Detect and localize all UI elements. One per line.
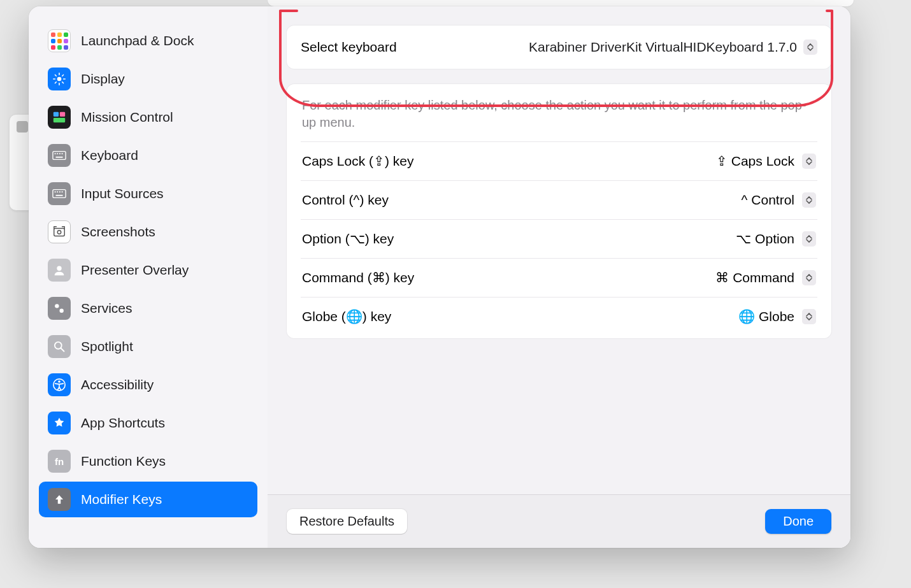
sidebar-item-label: Function Keys <box>81 454 166 469</box>
done-button[interactable]: Done <box>765 509 831 534</box>
svg-line-7 <box>55 82 57 83</box>
description-text: For each modifier key listed below, choo… <box>301 88 817 141</box>
key-value: ⌥ Option <box>736 231 794 247</box>
key-row-globe: Globe (🌐) key 🌐 Globe <box>301 297 817 336</box>
svg-point-28 <box>59 308 63 312</box>
select-keyboard-row: Select keyboard Karabiner DriverKit Virt… <box>287 25 831 69</box>
svg-rect-14 <box>57 153 58 154</box>
key-value: ⇪ Caps Lock <box>716 154 794 169</box>
mission-control-icon <box>48 106 71 129</box>
preferences-sheet: Launchpad & Dock Display Mission Control… <box>29 6 850 548</box>
app-shortcuts-icon <box>48 412 71 434</box>
key-row-control: Control (^) key ^ Control <box>301 180 817 219</box>
svg-point-32 <box>58 380 61 383</box>
sidebar-item-label: Accessibility <box>81 377 154 392</box>
svg-point-26 <box>57 266 61 271</box>
sidebar-item-label: Launchpad & Dock <box>81 33 194 48</box>
function-keys-icon: fn <box>48 450 71 473</box>
accessibility-icon <box>48 373 71 396</box>
restore-defaults-button[interactable]: Restore Defaults <box>287 509 407 534</box>
sidebar-item-services[interactable]: Services <box>39 290 257 326</box>
sidebar-item-spotlight[interactable]: Spotlight <box>39 329 257 364</box>
svg-rect-20 <box>57 191 58 192</box>
svg-line-5 <box>55 75 57 76</box>
svg-rect-16 <box>62 153 63 154</box>
popup-chevron-icon <box>802 270 816 285</box>
svg-line-6 <box>62 82 64 83</box>
svg-rect-23 <box>56 195 63 196</box>
sidebar-item-mission-control[interactable]: Mission Control <box>39 99 257 135</box>
svg-line-8 <box>62 75 64 76</box>
svg-rect-21 <box>59 191 61 192</box>
svg-rect-19 <box>55 191 56 192</box>
sidebar-item-presenter-overlay[interactable]: Presenter Overlay <box>39 252 257 288</box>
svg-rect-10 <box>60 112 65 117</box>
sidebar-item-label: App Shortcuts <box>81 415 165 431</box>
key-label: Caps Lock (⇪) key <box>302 154 414 169</box>
svg-rect-11 <box>54 118 65 122</box>
key-label: Command (⌘) key <box>302 270 414 285</box>
services-icon <box>48 297 71 320</box>
key-popup-capslock[interactable]: ⇪ Caps Lock <box>716 154 816 169</box>
presenter-overlay-icon <box>48 259 71 282</box>
key-popup-command[interactable]: ⌘ Command <box>715 270 816 285</box>
sidebar-item-label: Input Sources <box>81 186 164 201</box>
main-content: Select keyboard Karabiner DriverKit Virt… <box>268 6 850 494</box>
sidebar-item-keyboard[interactable]: Keyboard <box>39 138 257 173</box>
sidebar-item-modifier-keys[interactable]: Modifier Keys <box>39 482 257 517</box>
popup-chevron-icon <box>802 154 816 169</box>
background-window-stub <box>268 0 854 6</box>
sidebar-item-label: Modifier Keys <box>81 492 162 507</box>
key-label: Option (⌥) key <box>302 231 394 247</box>
select-keyboard-label: Select keyboard <box>301 39 397 55</box>
screenshots-icon <box>48 220 71 243</box>
select-keyboard-popup[interactable]: Karabiner DriverKit VirtualHIDKeyboard 1… <box>529 39 817 55</box>
sidebar-item-label: Spotlight <box>81 339 133 354</box>
key-row-command: Command (⌘) key ⌘ Command <box>301 258 817 297</box>
sidebar-item-label: Screenshots <box>81 224 155 240</box>
modifier-keys-icon <box>48 488 71 511</box>
key-value: ^ Control <box>742 192 794 208</box>
sidebar-item-display[interactable]: Display <box>39 61 257 97</box>
svg-point-25 <box>57 231 61 234</box>
sidebar-item-launchpad-dock[interactable]: Launchpad & Dock <box>39 23 257 59</box>
key-label: Globe (🌐) key <box>302 309 391 324</box>
sidebar-item-screenshots[interactable]: Screenshots <box>39 214 257 250</box>
svg-rect-15 <box>59 153 61 154</box>
display-icon <box>48 68 71 90</box>
launchpad-icon <box>48 29 71 52</box>
sidebar-item-label: Presenter Overlay <box>81 262 189 278</box>
svg-rect-12 <box>53 152 66 160</box>
spotlight-icon <box>48 335 71 358</box>
sidebar-item-function-keys[interactable]: fn Function Keys <box>39 443 257 479</box>
sidebar-item-label: Services <box>81 301 133 316</box>
sidebar: Launchpad & Dock Display Mission Control… <box>29 6 268 548</box>
sidebar-item-label: Display <box>81 71 125 87</box>
key-label: Control (^) key <box>302 192 389 208</box>
input-sources-icon <box>48 182 71 205</box>
key-value: ⌘ Command <box>715 270 794 285</box>
key-popup-globe[interactable]: 🌐 Globe <box>738 309 816 324</box>
key-row-capslock: Caps Lock (⇪) key ⇪ Caps Lock <box>301 141 817 180</box>
key-row-option: Option (⌥) key ⌥ Option <box>301 219 817 258</box>
svg-rect-13 <box>55 153 56 154</box>
svg-rect-24 <box>54 229 65 236</box>
popup-chevron-icon <box>802 192 816 208</box>
key-popup-option[interactable]: ⌥ Option <box>736 231 816 247</box>
popup-chevron-icon <box>802 231 816 247</box>
svg-rect-22 <box>62 191 63 192</box>
sidebar-item-label: Mission Control <box>81 110 173 125</box>
footer: Restore Defaults Done <box>268 494 850 548</box>
select-keyboard-value: Karabiner DriverKit VirtualHIDKeyboard 1… <box>529 39 797 55</box>
svg-point-27 <box>55 304 59 308</box>
key-popup-control[interactable]: ^ Control <box>742 192 816 208</box>
svg-rect-17 <box>56 157 63 158</box>
modifier-keys-card: For each modifier key listed below, choo… <box>287 84 831 338</box>
svg-rect-18 <box>53 190 66 198</box>
keyboard-icon <box>48 144 71 167</box>
sidebar-item-input-sources[interactable]: Input Sources <box>39 176 257 212</box>
main-panel: Select keyboard Karabiner DriverKit Virt… <box>268 6 850 548</box>
key-value: 🌐 Globe <box>738 309 794 324</box>
sidebar-item-app-shortcuts[interactable]: App Shortcuts <box>39 405 257 441</box>
sidebar-item-accessibility[interactable]: Accessibility <box>39 367 257 403</box>
